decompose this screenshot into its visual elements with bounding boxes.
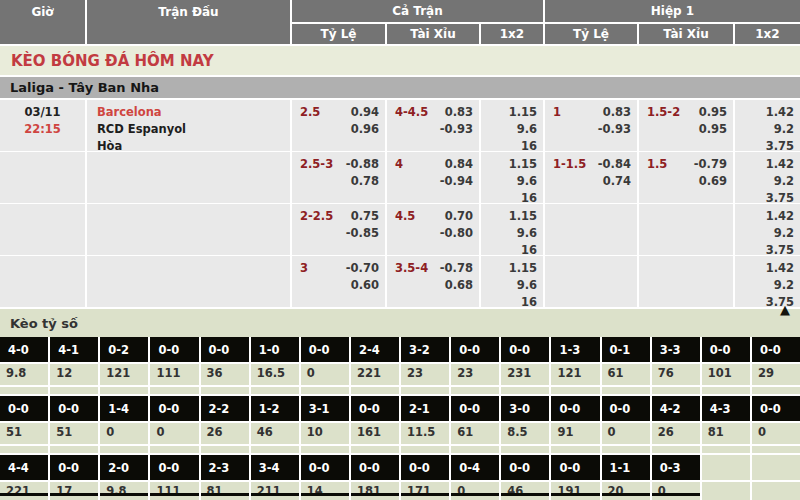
score-cell[interactable]: 2-3	[201, 455, 249, 480]
score-cell[interactable]: 3-4	[251, 455, 299, 480]
score-odds-cell[interactable]: 16.5	[251, 364, 299, 385]
score-odds-cell[interactable]: 76	[652, 364, 700, 385]
score-cell[interactable]: 4-1	[50, 337, 98, 362]
score-cell[interactable]: 0-0	[501, 455, 549, 480]
score-odds-cell[interactable]: 101	[702, 364, 750, 385]
score-odds-cell[interactable]: 8.5	[501, 423, 549, 444]
score-cell[interactable]: 0-0	[351, 455, 399, 480]
score-odds-cell[interactable]: 26	[201, 423, 249, 444]
score-cell[interactable]: 0-0	[451, 396, 499, 421]
score-cell[interactable]: 0-0	[501, 337, 549, 362]
score-cell[interactable]: 0-0	[451, 337, 499, 362]
score-cell[interactable]: 0-0	[551, 396, 599, 421]
score-odds-cell[interactable]: 20	[602, 482, 650, 500]
ft-1x2-cell[interactable]: 1.159.616	[481, 204, 543, 255]
h1-handicap-cell[interactable]: 10.83-0.93	[545, 100, 637, 151]
score-cell[interactable]: 1-4	[100, 396, 148, 421]
score-odds-cell[interactable]: 81	[702, 423, 750, 444]
score-odds-cell[interactable]: 23	[451, 364, 499, 385]
score-cell[interactable]: 0-0	[752, 337, 800, 362]
score-cell[interactable]: 0-0	[50, 455, 98, 480]
score-odds-cell[interactable]: 36	[201, 364, 249, 385]
ft-handicap-cell[interactable]: 2.50.940.96	[292, 100, 385, 151]
score-odds-cell[interactable]: 46	[251, 423, 299, 444]
ft-overunder-cell[interactable]: 4-4.50.83-0.93	[387, 100, 479, 151]
ft-overunder-cell[interactable]: 4.50.70-0.80	[387, 204, 479, 255]
score-cell[interactable]: 0-3	[652, 455, 700, 480]
score-odds-cell[interactable]: 0	[602, 423, 650, 444]
ft-1x2-cell[interactable]: 1.159.616	[481, 152, 543, 203]
score-odds-cell[interactable]: 14	[301, 482, 349, 500]
score-odds-cell[interactable]: 0	[100, 423, 148, 444]
score-cell[interactable]: 1-3	[551, 337, 599, 362]
score-cell[interactable]: 1-1	[602, 455, 650, 480]
ft-overunder-cell[interactable]: 3.5-4-0.780.68	[387, 256, 479, 307]
score-odds-cell[interactable]: 0	[752, 423, 800, 444]
ft-1x2-cell[interactable]: 1.159.616	[481, 100, 543, 151]
h1-1x2-cell[interactable]: 1.429.23.75	[735, 256, 800, 307]
score-cell[interactable]: 0-0	[351, 396, 399, 421]
ft-handicap-cell[interactable]: 2.5-3-0.880.78	[292, 152, 385, 203]
h1-1x2-cell[interactable]: 1.429.23.75	[735, 152, 800, 203]
ft-overunder-cell[interactable]: 40.84-0.94	[387, 152, 479, 203]
score-cell[interactable]: 0-0	[401, 455, 449, 480]
score-odds-cell[interactable]: 61	[451, 423, 499, 444]
score-cell[interactable]: 0-0	[301, 455, 349, 480]
league-bar[interactable]: Laliga - Tây Ban Nha	[0, 77, 800, 98]
score-cell[interactable]: 0-0	[201, 337, 249, 362]
score-odds-cell[interactable]: 0	[652, 482, 700, 500]
score-odds-cell[interactable]: 0	[451, 482, 499, 500]
score-odds-cell[interactable]: 181	[351, 482, 399, 500]
h1-handicap-cell[interactable]	[545, 204, 637, 255]
score-odds-cell[interactable]: 29	[752, 364, 800, 385]
score-odds-cell[interactable]: 211	[251, 482, 299, 500]
score-cell[interactable]: 0-0	[50, 396, 98, 421]
ft-1x2-cell[interactable]: 1.159.616	[481, 256, 543, 307]
score-odds-cell[interactable]: 161	[351, 423, 399, 444]
score-cell[interactable]: 2-1	[401, 396, 449, 421]
score-odds-cell[interactable]: 51	[50, 423, 98, 444]
score-cell[interactable]: 0-0	[551, 455, 599, 480]
score-cell[interactable]: 3-0	[501, 396, 549, 421]
score-cell[interactable]: 0-0	[702, 337, 750, 362]
score-cell[interactable]: 3-3	[652, 337, 700, 362]
score-cell[interactable]: 0-0	[0, 396, 48, 421]
score-odds-cell[interactable]: 51	[0, 423, 48, 444]
score-odds-cell[interactable]: 0	[150, 423, 198, 444]
score-odds-cell[interactable]: 221	[351, 364, 399, 385]
score-odds-cell[interactable]: 221	[0, 482, 48, 500]
score-cell[interactable]: 0-0	[150, 396, 198, 421]
score-odds-cell[interactable]: 12	[50, 364, 98, 385]
score-odds-cell[interactable]: 191	[551, 482, 599, 500]
score-odds-cell[interactable]: 0	[301, 364, 349, 385]
ft-handicap-cell[interactable]: 3-0.700.60	[292, 256, 385, 307]
h1-overunder-cell[interactable]: 1.5-0.790.69	[639, 152, 733, 203]
score-odds-cell[interactable]: 26	[652, 423, 700, 444]
scroll-top-button[interactable]: ▲	[780, 303, 790, 317]
h1-overunder-cell[interactable]	[639, 204, 733, 255]
score-odds-cell[interactable]: 11.5	[401, 423, 449, 444]
score-cell[interactable]: 4-2	[652, 396, 700, 421]
score-cell[interactable]: 0-0	[150, 455, 198, 480]
score-cell[interactable]: 2-0	[100, 455, 148, 480]
score-odds-cell[interactable]: 10	[301, 423, 349, 444]
score-cell[interactable]: 0-0	[602, 396, 650, 421]
score-cell[interactable]: 0-0	[150, 337, 198, 362]
score-odds-cell[interactable]: 121	[551, 364, 599, 385]
score-odds-cell[interactable]: 17	[50, 482, 98, 500]
score-odds-cell[interactable]: 91	[551, 423, 599, 444]
score-odds-cell[interactable]: 231	[501, 364, 549, 385]
score-cell[interactable]: 0-0	[301, 337, 349, 362]
score-cell[interactable]: 0-2	[100, 337, 148, 362]
h1-handicap-cell[interactable]	[545, 256, 637, 307]
score-cell[interactable]: 1-2	[251, 396, 299, 421]
score-cell[interactable]: 0-0	[752, 396, 800, 421]
h1-handicap-cell[interactable]: 1-1.5-0.840.74	[545, 152, 637, 203]
h1-1x2-cell[interactable]: 1.429.23.75	[735, 100, 800, 151]
score-cell[interactable]: 4-3	[702, 396, 750, 421]
score-odds-cell[interactable]: 121	[100, 364, 148, 385]
score-odds-cell[interactable]: 61	[602, 364, 650, 385]
score-cell[interactable]: 0-1	[602, 337, 650, 362]
score-odds-cell[interactable]: 81	[201, 482, 249, 500]
h1-overunder-cell[interactable]: 1.5-20.950.95	[639, 100, 733, 151]
